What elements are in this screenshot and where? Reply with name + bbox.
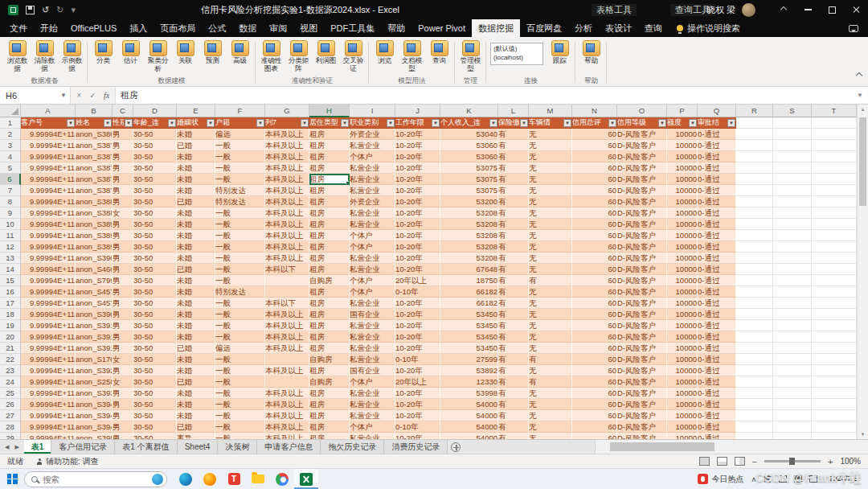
cell[interactable]	[736, 208, 773, 219]
cluster-button[interactable]: 聚类分析	[145, 39, 171, 73]
cell[interactable]: anon_S799	[76, 275, 113, 286]
cell[interactable]: 男	[113, 331, 133, 343]
filter-dropdown-icon[interactable]: ▼	[563, 119, 571, 127]
cell[interactable]: 私营企业	[350, 174, 395, 185]
cell[interactable]	[812, 140, 857, 151]
cell[interactable]: 一般	[215, 264, 265, 275]
cell[interactable]: 个体户	[350, 230, 395, 241]
cell[interactable]	[736, 309, 773, 320]
cell[interactable]: 租房	[309, 241, 350, 253]
cell[interactable]: 租房	[309, 410, 350, 421]
filter-dropdown-icon[interactable]: ▼	[387, 119, 395, 127]
cell[interactable]: 10000	[667, 433, 698, 439]
cell[interactable]: 10000	[667, 129, 698, 140]
cell[interactable]: 0-通过	[698, 433, 736, 439]
cell[interactable]: 未婚	[177, 219, 215, 230]
row-number[interactable]: 11	[0, 230, 21, 241]
cell[interactable]: 偏远	[215, 129, 265, 140]
column-letter-H[interactable]: H	[309, 105, 350, 117]
cell[interactable]: 9.99994E+11	[21, 421, 76, 433]
cell[interactable]: 53892	[440, 365, 498, 376]
cell[interactable]: 0-通过	[698, 365, 736, 376]
table-header-cell[interactable]: 职业类别▼	[350, 117, 395, 129]
horizontal-scroll-thumb[interactable]	[610, 442, 714, 451]
cell[interactable]: 30-50	[133, 376, 177, 388]
cell[interactable]	[773, 208, 812, 219]
cell[interactable]: 租房	[309, 421, 350, 433]
cell[interactable]	[736, 343, 773, 354]
cell[interactable]	[736, 219, 773, 230]
ribbon-tab[interactable]: 帮助	[381, 19, 411, 37]
cell[interactable]: 60	[572, 343, 617, 354]
cell[interactable]	[812, 388, 857, 399]
new-sheet-button[interactable]	[448, 440, 464, 454]
advanced-button[interactable]: 高级	[227, 39, 253, 65]
cell[interactable]: 30-50	[133, 298, 177, 309]
table-header-cell[interactable]: 信用总评▼	[572, 117, 617, 129]
cell[interactable]: 无	[529, 208, 572, 219]
cell[interactable]: 无	[529, 151, 572, 162]
cell[interactable]	[736, 399, 773, 410]
cell[interactable]: D-风险客户	[617, 320, 667, 331]
cell[interactable]: 60	[572, 399, 617, 410]
cell[interactable]: 租房	[309, 264, 350, 275]
cell[interactable]: 10-20年	[395, 410, 440, 421]
account-area[interactable]: 晓权 梁	[706, 0, 755, 19]
row-number[interactable]: 21	[0, 343, 21, 354]
cell[interactable]: 60	[572, 298, 617, 309]
filter-dropdown-icon[interactable]: ▼	[489, 119, 497, 127]
cell[interactable]: 0-通过	[698, 421, 736, 433]
cell[interactable]: anon_S3886	[76, 196, 113, 208]
cell[interactable]: 60	[572, 219, 617, 230]
cell[interactable]: 0-通过	[698, 399, 736, 410]
cell[interactable]	[812, 421, 857, 433]
cell[interactable]: anon_S3910	[76, 320, 113, 331]
cell[interactable]: 一般	[215, 399, 265, 410]
forecast-button[interactable]: 预测	[199, 39, 226, 65]
cell[interactable]: 有	[529, 354, 572, 365]
cell[interactable]: 无	[529, 253, 572, 264]
cell[interactable]: 9.99994E+11	[21, 264, 76, 275]
cell[interactable]: D-风险客户	[617, 219, 667, 230]
cell[interactable]: 10000	[667, 196, 698, 208]
cell[interactable]: 无	[529, 230, 572, 241]
cell[interactable]: 10000	[667, 309, 698, 320]
cell[interactable]: 私营企业	[350, 219, 395, 230]
cell[interactable]: 无	[529, 241, 572, 253]
cell[interactable]: 租房	[309, 320, 350, 331]
cell[interactable]: 30-50	[133, 410, 177, 421]
row-number[interactable]: 29	[0, 433, 21, 439]
accuracy-chart-button[interactable]: 准确性图表	[258, 39, 285, 73]
cell[interactable]: 外资企业	[350, 129, 395, 140]
cell[interactable]: 本科及以上	[265, 421, 309, 433]
cell[interactable]: 60	[572, 309, 617, 320]
cell[interactable]: 本科及以上	[265, 129, 309, 140]
cell[interactable]: 有	[498, 433, 529, 439]
cell[interactable]: 60	[572, 421, 617, 433]
clear-data-button[interactable]: 清除数据	[31, 39, 58, 73]
cell[interactable]: 自购房	[309, 376, 350, 388]
cell[interactable]: anon_S1765	[76, 354, 113, 365]
cell[interactable]: 10-20年	[395, 151, 440, 162]
sheet-tab[interactable]: 消费历史记录	[384, 440, 448, 454]
cell[interactable]: 男	[113, 219, 133, 230]
cell[interactable]: 10000	[667, 343, 698, 354]
cell[interactable]	[736, 320, 773, 331]
row-number[interactable]: 22	[0, 354, 21, 365]
cell[interactable]: 0-通过	[698, 376, 736, 388]
filter-dropdown-icon[interactable]: ▼	[689, 119, 697, 127]
cell[interactable]: 有	[498, 376, 529, 388]
cell[interactable]: 9.99994E+11	[21, 365, 76, 376]
cell[interactable]: 无	[529, 433, 572, 439]
network-icon[interactable]	[779, 475, 787, 483]
cell[interactable]: 男	[113, 253, 133, 264]
cell[interactable]: 未婚	[177, 230, 215, 241]
cell[interactable]: 本科及以上	[265, 162, 309, 174]
cell[interactable]: 0-通过	[698, 320, 736, 331]
cell[interactable]: 未婚	[177, 275, 215, 286]
cell[interactable]: 一般	[215, 421, 265, 433]
cell[interactable]: 有	[498, 208, 529, 219]
cell[interactable]: 10-20年	[395, 162, 440, 174]
filter-dropdown-icon[interactable]: ▼	[432, 119, 440, 127]
cell[interactable]: anon_S3873	[76, 140, 113, 151]
